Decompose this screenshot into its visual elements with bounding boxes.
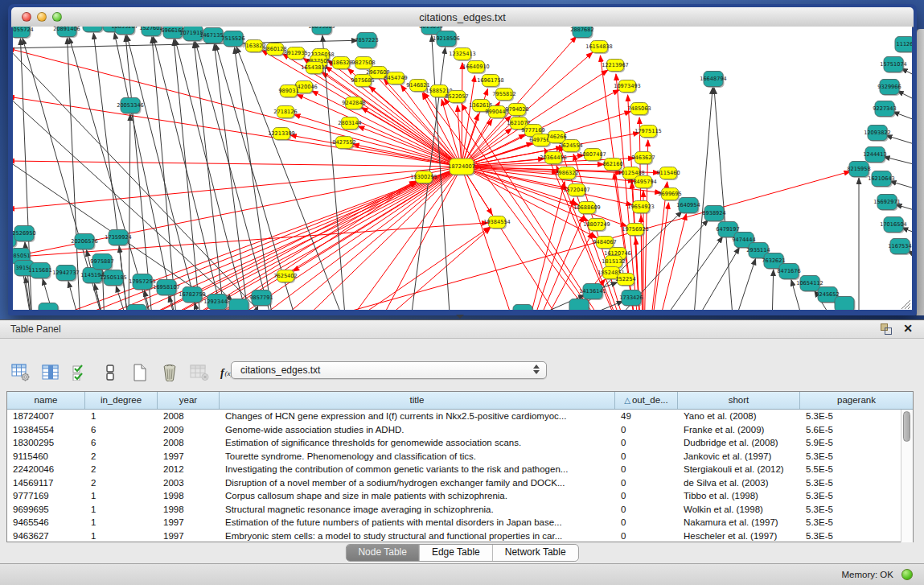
table-cell[interactable]: 9115460: [7, 450, 85, 463]
graph-edge[interactable]: [515, 233, 593, 310]
table-cell[interactable]: 5.9E-5: [800, 436, 913, 450]
table-cell[interactable]: 2: [85, 450, 158, 463]
column-header-short[interactable]: short: [678, 392, 800, 409]
table-cell[interactable]: Wolkin et al. (1998): [678, 503, 800, 517]
table-row[interactable]: 1456911722003Disruption of a novel membe…: [7, 476, 913, 490]
delete-column-icon[interactable]: [160, 363, 179, 382]
table-cell[interactable]: Embryonic stem cells: a model to study s…: [220, 529, 615, 543]
graph-edge[interactable]: [643, 140, 648, 310]
graph-edge[interactable]: [886, 135, 912, 145]
table-cell[interactable]: 1: [85, 516, 158, 529]
table-row[interactable]: 2242004622012Investigating the contribut…: [7, 463, 913, 476]
table-cell[interactable]: 5.3E-5: [800, 529, 913, 543]
graph-edge[interactable]: [693, 247, 739, 310]
graph-edge[interactable]: [114, 33, 177, 310]
column-header-year[interactable]: year: [158, 392, 220, 409]
graph-node[interactable]: [83, 27, 102, 32]
table-cell[interactable]: 2: [85, 476, 158, 490]
graph-edge[interactable]: [177, 167, 462, 310]
table-cell[interactable]: Changes of HCN gene expression and I(f) …: [220, 410, 615, 423]
table-cell[interactable]: Estimation of significance thresholds fo…: [220, 436, 615, 450]
scrollbar-thumb[interactable]: [903, 411, 910, 442]
graph-edge[interactable]: [659, 237, 723, 310]
table-cell[interactable]: Corpus callosum shape and size in male p…: [220, 489, 615, 503]
table-cell[interactable]: de Silva et al. (2003): [678, 476, 800, 490]
memory-ok-indicator[interactable]: [901, 569, 913, 580]
table-cell[interactable]: 18300295: [7, 436, 85, 450]
table-cell[interactable]: 0: [615, 516, 678, 529]
table-cell[interactable]: 2008: [158, 436, 220, 450]
table-cell[interactable]: Tourette syndrome. Phenomenology and cla…: [220, 450, 615, 463]
table-cell[interactable]: 22420046: [7, 463, 85, 476]
table-panel-header[interactable]: Table Panel ✕: [0, 320, 924, 339]
table-cell[interactable]: Structural magnetic resonance image aver…: [220, 503, 615, 517]
table-cell[interactable]: 19384554: [7, 423, 85, 437]
graph-edge[interactable]: [13, 97, 462, 167]
close-panel-icon[interactable]: ✕: [903, 322, 913, 335]
table-cell[interactable]: 49: [615, 410, 678, 423]
graph-edge[interactable]: [297, 94, 462, 167]
table-cell[interactable]: 1: [85, 529, 158, 543]
table-cell[interactable]: 2008: [158, 410, 220, 423]
table-cell[interactable]: 5.3E-5: [800, 476, 913, 490]
table-row[interactable]: 977716911998Corpus callosum shape and si…: [7, 489, 913, 503]
table-cell[interactable]: 0: [615, 503, 678, 517]
graph-node[interactable]: [513, 305, 532, 311]
table-cell[interactable]: 5.3E-5: [800, 410, 913, 423]
table-cell[interactable]: Stergiakouli et al. (2012): [678, 463, 800, 476]
table-cell[interactable]: 14569117: [7, 476, 85, 490]
vertical-scrollbar[interactable]: [901, 410, 913, 542]
graph-edge[interactable]: [714, 88, 733, 310]
table-cell[interactable]: Estimation of the future numbers of pati…: [220, 516, 615, 529]
table-cell[interactable]: 1998: [158, 489, 220, 503]
table-selector-dropdown[interactable]: citations_edges.txt: [231, 361, 547, 379]
column-header-name[interactable]: name: [7, 392, 85, 409]
table-settings-icon[interactable]: [11, 363, 31, 382]
graph-edge[interactable]: [378, 228, 491, 310]
table-cell[interactable]: 0: [615, 463, 678, 476]
table-cell[interactable]: 0: [615, 489, 678, 503]
table-cell[interactable]: 5.3E-5: [800, 516, 913, 529]
float-panel-icon[interactable]: [881, 323, 892, 334]
network-window[interactable]: citations_edges.txt 18724007716382288601…: [8, 4, 917, 315]
column-visibility-icon[interactable]: [41, 363, 60, 382]
graph-edge[interactable]: [733, 258, 756, 310]
graph-edge[interactable]: [515, 216, 584, 310]
table-cell[interactable]: 0: [615, 436, 678, 450]
graph-edge[interactable]: [643, 203, 668, 310]
graph-edge[interactable]: [890, 181, 912, 189]
table-cell[interactable]: 1: [85, 503, 158, 517]
tab-node-table[interactable]: Node Table: [346, 545, 419, 561]
table-cell[interactable]: Tibbo et al. (1998): [678, 489, 800, 503]
graph-edge[interactable]: [458, 105, 462, 167]
table-cell[interactable]: 5.3E-5: [800, 450, 913, 463]
table-cell[interactable]: 2009: [158, 423, 220, 437]
table-cell[interactable]: 9463627: [7, 529, 85, 543]
table-cell[interactable]: 6: [85, 436, 158, 450]
graph-edge[interactable]: [358, 126, 462, 167]
table-cell[interactable]: 0: [615, 529, 678, 543]
network-window-titlebar[interactable]: citations_edges.txt: [11, 7, 914, 27]
table-cell[interactable]: 0: [615, 476, 678, 490]
table-cell[interactable]: 9465546: [7, 516, 85, 529]
table-cell[interactable]: Disruption of a novel member of a sodium…: [220, 476, 615, 490]
table-row[interactable]: 1830029562008Estimation of significance …: [7, 436, 913, 450]
table-cell[interactable]: Nakamura et al. (1997): [678, 516, 800, 529]
table-cell[interactable]: 1997: [158, 450, 220, 463]
table-cell[interactable]: 9777169: [7, 489, 85, 503]
table-row[interactable]: 946362711997Embryonic stem cells: a mode…: [7, 529, 913, 543]
table-cell[interactable]: 2012: [158, 463, 220, 476]
resize-grip[interactable]: [901, 300, 910, 309]
graph-edge[interactable]: [462, 167, 627, 226]
table-cell[interactable]: Franke et al. (2009): [678, 423, 800, 437]
graph-node[interactable]: [835, 297, 854, 311]
graph-node[interactable]: [127, 305, 146, 311]
table-cell[interactable]: 1: [85, 410, 158, 423]
graph-node[interactable]: [229, 299, 248, 311]
tab-edge-table[interactable]: Edge Table: [419, 545, 492, 561]
column-header-out_de[interactable]: △out_de...: [615, 392, 678, 409]
table-cell[interactable]: 5.5E-5: [800, 463, 913, 476]
table-cell[interactable]: 1: [85, 489, 158, 503]
graph-edge[interactable]: [462, 63, 462, 167]
table-cell[interactable]: Dudbridge et al. (2008): [678, 436, 800, 450]
